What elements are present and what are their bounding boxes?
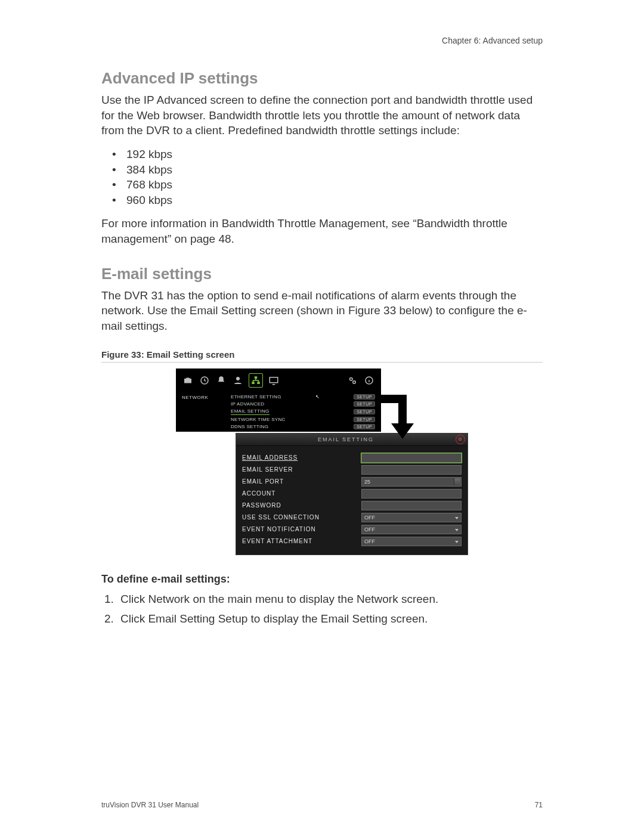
paragraph-ip-more: For more information in Bandwidth Thrott… — [101, 216, 543, 246]
subheading-define-email: To define e-mail settings: — [101, 573, 543, 586]
ip-bandwidth-list: 192 kbps 384 kbps 768 kbps 960 kbps — [101, 147, 543, 208]
email-address-input[interactable] — [361, 453, 462, 463]
clock-icon[interactable] — [199, 374, 210, 386]
figure-screenshot: NETWORK ETHERNET SETTING ↖ SETUP IP ADVA… — [101, 368, 543, 555]
field-label: ACCOUNT — [242, 490, 361, 497]
event-attachment-dropdown[interactable]: OFF — [361, 537, 462, 546]
list-item: 192 kbps — [112, 147, 543, 162]
ssl-dropdown[interactable]: OFF — [361, 513, 462, 522]
figure-rule — [101, 362, 543, 363]
close-icon[interactable]: ⦻ — [456, 435, 465, 444]
menu-row-email-setting[interactable]: EMAIL SETTING SETUP — [231, 408, 375, 416]
field-label: EMAIL ADDRESS — [242, 454, 361, 461]
bell-icon[interactable] — [215, 374, 227, 386]
field-row-email-port: EMAIL PORT 25 — [242, 477, 462, 487]
setup-button[interactable]: SETUP — [354, 424, 375, 429]
network-tab-label: NETWORK — [182, 394, 231, 431]
footer-manual-title: truVision DVR 31 User Manual — [101, 801, 199, 809]
field-label: USE SSL CONNECTION — [242, 514, 361, 521]
setup-button[interactable]: SETUP — [354, 394, 375, 400]
setup-button[interactable]: SETUP — [354, 401, 375, 407]
menu-row-ethernet[interactable]: ETHERNET SETTING ↖ SETUP — [231, 394, 375, 401]
email-port-stepper[interactable]: 25 — [361, 477, 462, 487]
field-row-event-attachment: EVENT ATTACHMENT OFF — [242, 537, 462, 546]
top-icon-bar — [176, 373, 381, 391]
svg-rect-2 — [255, 376, 258, 379]
setup-button[interactable]: SETUP — [354, 417, 375, 422]
gears-icon[interactable] — [346, 374, 358, 386]
monitor-icon[interactable] — [268, 374, 280, 386]
figure-caption: Figure 33: Email Setting screen — [101, 349, 543, 360]
svg-rect-4 — [257, 382, 260, 384]
cursor-icon: ↖ — [315, 394, 320, 400]
event-notification-dropdown[interactable]: OFF — [361, 525, 462, 534]
step-item: Click Email Setting Setup to display the… — [117, 611, 543, 627]
field-row-account: ACCOUNT — [242, 489, 462, 498]
list-item: 384 kbps — [112, 162, 543, 178]
steps-list: Click Network on the main menu to displa… — [101, 592, 543, 627]
camera-icon[interactable] — [182, 374, 194, 386]
field-label: EVENT ATTACHMENT — [242, 538, 361, 544]
field-row-email-server: EMAIL SERVER — [242, 465, 462, 475]
chapter-header: Chapter 6: Advanced setup — [442, 36, 543, 45]
menu-row-time-sync[interactable]: NETWORK TIME SYNC SETUP — [231, 416, 375, 423]
user-icon[interactable] — [232, 374, 244, 386]
field-row-ssl: USE SSL CONNECTION OFF — [242, 513, 462, 522]
account-input[interactable] — [361, 489, 462, 498]
document-page: Chapter 6: Advanced setup Advanced IP se… — [0, 0, 644, 833]
network-menu-window: NETWORK ETHERNET SETTING ↖ SETUP IP ADVA… — [176, 368, 381, 432]
network-icon[interactable] — [249, 373, 263, 388]
heading-advanced-ip: Advanced IP settings — [101, 69, 543, 88]
menu-row-label: DDNS SETTING — [231, 424, 268, 429]
field-row-email-address: EMAIL ADDRESS — [242, 453, 462, 463]
email-server-input[interactable] — [361, 465, 462, 475]
svg-rect-3 — [252, 382, 255, 384]
paragraph-ip-intro: Use the IP Advanced screen to define the… — [101, 92, 543, 138]
callout-arrow — [380, 395, 410, 446]
email-setting-window: EMAIL SETTING ⦻ EMAIL ADDRESS EMAIL SERV… — [236, 433, 468, 555]
svg-point-1 — [236, 377, 240, 380]
password-input[interactable] — [361, 501, 462, 510]
email-window-titlebar: EMAIL SETTING ⦻ — [236, 433, 467, 446]
menu-row-label: NETWORK TIME SYNC — [231, 417, 286, 422]
page-footer: truVision DVR 31 User Manual 71 — [101, 801, 543, 809]
field-label: EMAIL SERVER — [242, 466, 361, 473]
menu-row-ddns[interactable]: DDNS SETTING SETUP — [231, 423, 375, 431]
heading-email-settings: E-mail settings — [101, 265, 543, 283]
svg-point-7 — [353, 380, 356, 383]
field-label: EVENT NOTIFICATION — [242, 526, 361, 532]
list-item: 960 kbps — [112, 193, 543, 208]
field-label: EMAIL PORT — [242, 478, 361, 485]
paragraph-email-intro: The DVR 31 has the option to send e-mail… — [101, 288, 543, 334]
footer-page-number: 71 — [535, 801, 543, 809]
info-icon[interactable] — [363, 374, 375, 386]
menu-row-ip-advanced[interactable]: IP ADVANCED SETUP — [231, 401, 375, 408]
svg-point-6 — [350, 377, 353, 380]
field-row-password: PASSWORD — [242, 501, 462, 510]
menu-row-label: IP ADVANCED — [231, 401, 264, 407]
email-window-title: EMAIL SETTING — [236, 436, 456, 442]
field-row-event-notification: EVENT NOTIFICATION OFF — [242, 525, 462, 534]
menu-row-label: EMAIL SETTING — [231, 408, 270, 415]
svg-rect-5 — [270, 377, 278, 382]
menu-row-label: ETHERNET SETTING — [231, 394, 281, 400]
setup-button[interactable]: SETUP — [354, 409, 375, 414]
network-submenu: NETWORK ETHERNET SETTING ↖ SETUP IP ADVA… — [176, 391, 381, 432]
step-item: Click Network on the main menu to displa… — [117, 592, 543, 607]
list-item: 768 kbps — [112, 177, 543, 193]
field-label: PASSWORD — [242, 502, 361, 509]
